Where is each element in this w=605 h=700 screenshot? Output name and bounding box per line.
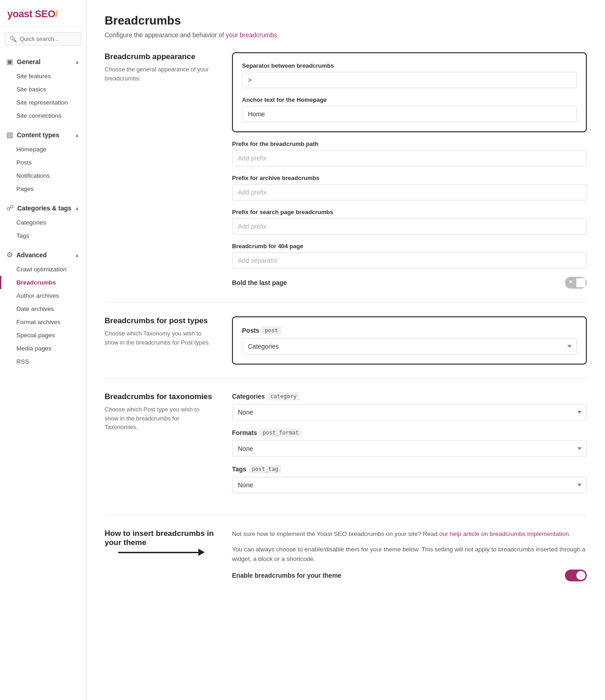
tags-badge: post_tag xyxy=(249,465,282,473)
nav-item-categories[interactable]: Categories xyxy=(0,216,86,229)
page-subtitle: Configure the appearance and behavior of… xyxy=(105,31,587,39)
tags-post-type-select[interactable]: None Posts Pages xyxy=(232,477,587,493)
enable-breadcrumbs-toggle[interactable] xyxy=(565,570,587,581)
how-to-insert-section: How to insert breadcrumbs in your theme … xyxy=(105,529,587,581)
search-input[interactable] xyxy=(20,35,96,42)
nav-section-categories-tags: ☍ Categories & tags ▲ Categories Tags xyxy=(0,197,86,244)
separator-input[interactable] xyxy=(242,72,577,88)
tags-taxonomy-label: Tags xyxy=(232,465,247,473)
general-group-label: General xyxy=(17,58,40,65)
formats-post-type-select[interactable]: None Posts Pages xyxy=(232,440,587,457)
tags-taxonomy-group: Tags post_tag None Posts Pages xyxy=(232,465,587,493)
nav-section-advanced: ⚙ Advanced ▲ Crawl optimization Breadcru… xyxy=(0,244,86,370)
nav-item-crawl-optimization[interactable]: Crawl optimization xyxy=(0,263,86,276)
monitor-icon: ▣ xyxy=(6,57,13,66)
nav-item-date-archives[interactable]: Date archives xyxy=(0,302,86,315)
nav-group-content-types[interactable]: ▧ Content types ▲ xyxy=(0,126,86,143)
sidebar: yoast SEO/ 🔍 ⌘K ▣ General ▲ Site feature… xyxy=(0,0,86,700)
nav-item-site-connections[interactable]: Site connections xyxy=(0,109,86,122)
formats-badge: post_format xyxy=(259,429,302,437)
bold-last-toggle[interactable]: ✕ xyxy=(565,277,587,289)
breadcrumb-appearance-desc: Choose the general appearance of your br… xyxy=(105,65,214,83)
prefix-search-label: Prefix for search page breadcrumbs xyxy=(232,209,587,215)
separator-anchor-box: Separator between breadcrumbs Anchor tex… xyxy=(232,52,587,132)
nav-item-site-features[interactable]: Site features xyxy=(0,70,86,83)
help-article-link[interactable]: our help article on breadcrumbs implemen… xyxy=(439,530,569,537)
separator-label: Separator between breadcrumbs xyxy=(242,62,577,69)
prefix-archive-label: Prefix for archive breadcrumbs xyxy=(232,175,587,181)
toggle-x-icon: ✕ xyxy=(569,279,573,285)
nav-item-notifications[interactable]: Notifications xyxy=(0,169,86,182)
breadcrumbs-help-link[interactable]: your breadcrumbs xyxy=(226,31,277,39)
formats-taxonomy-label: Formats xyxy=(232,429,257,436)
arrow-illustration xyxy=(105,552,214,553)
advanced-chevron-icon: ▲ xyxy=(75,252,80,258)
divider-1 xyxy=(105,302,587,303)
search-bar[interactable]: 🔍 ⌘K xyxy=(5,32,81,45)
divider-3 xyxy=(105,515,587,515)
categories-tags-group-label: Categories & tags xyxy=(17,205,71,212)
anchor-input[interactable] xyxy=(242,106,577,122)
breadcrumbs-post-types-section: Breadcrumbs for post types Choose which … xyxy=(105,316,587,365)
document-icon: ▧ xyxy=(6,130,13,139)
nav-item-posts[interactable]: Posts xyxy=(0,156,86,169)
advanced-group-label: Advanced xyxy=(16,251,47,259)
logo-slash: / xyxy=(55,8,58,20)
categories-taxonomy-group: Categories category None Posts Pages xyxy=(232,392,587,420)
breadcrumb-404-input[interactable] xyxy=(232,252,587,269)
breadcrumb-appearance-section: Breadcrumb appearance Choose the general… xyxy=(105,52,587,289)
taxonomies-desc: Choose which Post type you wish to show … xyxy=(105,405,214,432)
nav-item-format-archives[interactable]: Format archives xyxy=(0,315,86,329)
bold-last-row: Bold the last page ✕ xyxy=(232,277,587,289)
anchor-group: Anchor text for the Homepage xyxy=(242,96,577,122)
prefix-archive-input[interactable] xyxy=(232,184,587,200)
breadcrumbs-taxonomies-section: Breadcrumbs for taxonomies Choose which … xyxy=(105,392,587,501)
prefix-path-input[interactable] xyxy=(232,150,587,166)
nav-section-general: ▣ General ▲ Site features Site basics Si… xyxy=(0,51,86,124)
anchor-label: Anchor text for the Homepage xyxy=(242,96,577,103)
nav-item-author-archives[interactable]: Author archives xyxy=(0,289,86,302)
nav-item-tags[interactable]: Tags xyxy=(0,229,86,242)
page-title: Breadcrumbs xyxy=(105,14,587,28)
nav-item-pages[interactable]: Pages xyxy=(0,182,86,195)
breadcrumb-404-group: Breadcrumb for 404 page xyxy=(232,243,587,269)
nav-item-special-pages[interactable]: Special pages xyxy=(0,329,86,342)
nav-item-homepage[interactable]: Homepage xyxy=(0,143,86,156)
separator-group: Separator between breadcrumbs xyxy=(242,62,577,88)
prefix-path-label: Prefix for the breadcrumb path xyxy=(232,140,587,147)
breadcrumb-404-label: Breadcrumb for 404 page xyxy=(232,243,587,250)
nav-item-breadcrumbs[interactable]: Breadcrumbs xyxy=(0,276,86,289)
logo-brand: yoast xyxy=(7,8,35,20)
prefix-archive-group: Prefix for archive breadcrumbs xyxy=(232,175,587,200)
nav-item-rss[interactable]: RSS xyxy=(0,355,86,368)
tag-icon: ☍ xyxy=(6,204,14,212)
main-content: Breadcrumbs Configure the appearance and… xyxy=(86,0,605,700)
post-types-box: Posts post Categories Tags None xyxy=(232,316,587,365)
nav-group-advanced[interactable]: ⚙ Advanced ▲ xyxy=(0,246,86,263)
arrow-line xyxy=(118,552,200,553)
content-types-group-label: Content types xyxy=(17,131,59,139)
formats-taxonomy-group: Formats post_format None Posts Pages xyxy=(232,429,587,457)
posts-taxonomy-select[interactable]: Categories Tags None xyxy=(242,338,577,355)
nav-item-site-representation[interactable]: Site representation xyxy=(0,96,86,109)
general-chevron-icon: ▲ xyxy=(75,59,80,65)
categories-tags-chevron-icon: ▲ xyxy=(75,205,80,211)
categories-taxonomy-label: Categories xyxy=(232,393,265,400)
logo: yoast SEO/ xyxy=(0,0,86,27)
categories-badge: category xyxy=(267,392,300,400)
prefix-search-input[interactable] xyxy=(232,218,587,235)
help-text-2: You can always choose to enable/disable … xyxy=(232,545,587,564)
posts-field-label: Posts xyxy=(242,327,259,334)
search-icon: 🔍 xyxy=(10,35,17,42)
nav-item-site-basics[interactable]: Site basics xyxy=(0,83,86,96)
help-text-1: Not sure how to implement the Yoast SEO … xyxy=(232,529,587,539)
nav-group-categories-tags[interactable]: ☍ Categories & tags ▲ xyxy=(0,199,86,216)
nav-group-general[interactable]: ▣ General ▲ xyxy=(0,53,86,70)
divider-2 xyxy=(105,378,587,379)
bold-last-label: Bold the last page xyxy=(232,279,287,286)
posts-badge: post xyxy=(262,326,281,335)
categories-post-type-select[interactable]: None Posts Pages xyxy=(232,404,587,420)
nav-section-content-types: ▧ Content types ▲ Homepage Posts Notific… xyxy=(0,124,86,197)
nav-item-media-pages[interactable]: Media pages xyxy=(0,342,86,355)
enable-breadcrumbs-label: Enable breadcrumbs for your theme xyxy=(232,572,341,579)
